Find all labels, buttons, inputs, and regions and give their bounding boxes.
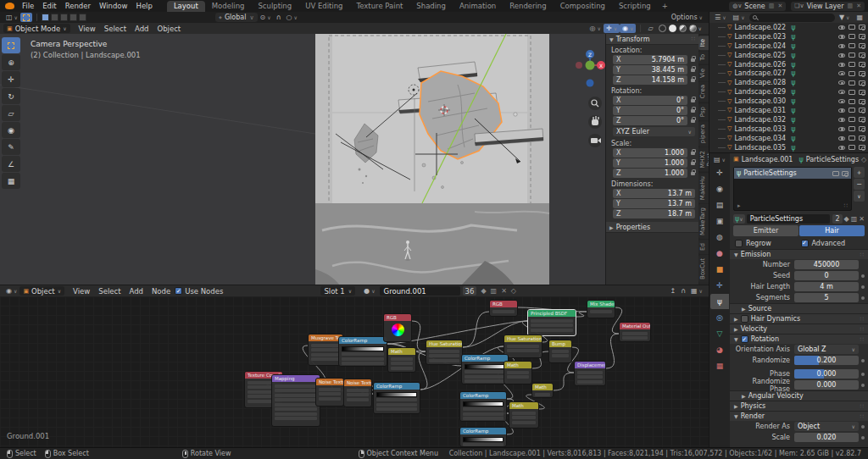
sidebar-tab-makehu[interactable]: MakeHu xyxy=(698,173,709,203)
transform-orientation-selector[interactable]: ⌖ Global∨ xyxy=(215,13,258,22)
disable-render-icon[interactable] xyxy=(859,135,865,141)
material-name-field[interactable]: Ground.001 xyxy=(380,286,460,296)
lock-icon[interactable] xyxy=(691,109,695,113)
disable-render-icon[interactable] xyxy=(859,71,865,76)
cursor-tool[interactable]: ⊕ xyxy=(2,54,20,70)
hide-viewport-icon[interactable] xyxy=(838,63,845,67)
node-material-output[interactable]: Material Output xyxy=(619,322,651,342)
pivot-point-icon[interactable]: ◎∨ xyxy=(587,24,604,33)
menu-render[interactable]: Render xyxy=(61,2,95,10)
outliner-row[interactable]: ▽Landscape.033ψ xyxy=(709,124,868,134)
outliner-row[interactable]: ▽Landscape.026ψ xyxy=(709,60,868,69)
editor-type-selector[interactable]: ▤∨ xyxy=(711,155,728,164)
hide-viewport-icon[interactable] xyxy=(838,118,845,122)
select-mode-subtract[interactable] xyxy=(60,14,68,21)
transform-panel-header[interactable]: ▼Transform∷ xyxy=(606,34,698,45)
properties-panel-header[interactable]: ▶Properties xyxy=(606,222,698,233)
shading-rendered-icon[interactable] xyxy=(689,25,697,32)
properties-tab-object-data[interactable]: ▽ xyxy=(710,326,729,341)
sidebar-tab-ite[interactable]: Ite xyxy=(698,36,709,50)
sidebar-tab-crea[interactable]: Crea xyxy=(698,81,709,102)
snap-magnet-icon[interactable]: ∩ xyxy=(274,13,284,22)
node-math[interactable]: Math xyxy=(387,347,416,373)
select-mode-extend[interactable] xyxy=(51,14,58,21)
sidebar-tab-ed[interactable]: Ed xyxy=(698,240,709,254)
disable-render-icon[interactable] xyxy=(859,43,865,48)
add-cube-tool[interactable]: ▦ xyxy=(2,173,20,189)
node-colorramp[interactable]: ColorRamp xyxy=(373,382,420,414)
display-mode-icon[interactable]: ☰∨ xyxy=(712,13,729,22)
properties-tab-view-layer[interactable]: ▣ xyxy=(710,213,729,229)
outliner-row[interactable]: ▽Landscape.030ψ xyxy=(709,97,868,106)
new-collection-icon[interactable]: ▦ xyxy=(854,13,865,22)
disable-render-icon[interactable] xyxy=(859,108,865,113)
remove-particle-system-button[interactable]: − xyxy=(854,179,865,190)
node-mix-shader[interactable]: Mix Shader xyxy=(587,300,615,318)
workspace-tab-shading[interactable]: Shading xyxy=(409,1,453,12)
outliner-row[interactable]: ▽Landscape.022ψ xyxy=(709,23,868,32)
rotation-z-field[interactable]: Z0° xyxy=(613,116,687,125)
hide-viewport-icon[interactable] xyxy=(838,25,845,30)
sidebar-tab-sketch[interactable]: Sketch xyxy=(698,284,709,285)
workspace-tab-uv-editing[interactable]: UV Editing xyxy=(298,1,349,12)
material-users-count[interactable]: 36 xyxy=(463,286,477,296)
overlays-toggle-icon[interactable]: ◉∨ xyxy=(620,24,636,33)
workspace-tab-modeling[interactable]: Modeling xyxy=(205,1,252,12)
disable-render-icon[interactable] xyxy=(859,99,865,104)
rotate-tool[interactable]: ↻ xyxy=(2,88,20,104)
unlink-scene-icon[interactable]: ✕ xyxy=(777,3,782,9)
editor-type-selector[interactable]: ◉∨ xyxy=(3,286,19,296)
scale-z-field[interactable]: Z1.000 xyxy=(613,169,687,178)
new-view-layer-icon[interactable]: ▥ xyxy=(848,3,854,9)
outliner-row[interactable]: ▽Landscape.028ψ xyxy=(709,78,868,87)
unlink-settings-icon[interactable]: ✕ xyxy=(859,215,865,223)
node-colorramp[interactable]: ColorRamp xyxy=(459,427,507,447)
properties-tab-render[interactable]: ◉ xyxy=(710,181,729,196)
select-mode-intersect[interactable] xyxy=(79,14,86,21)
node-noise-texture[interactable]: Noise Texture xyxy=(343,379,372,407)
properties-tab-particles[interactable]: ψ xyxy=(710,294,729,309)
outliner-row[interactable]: ▽Landscape.032ψ xyxy=(709,115,868,124)
menu-window[interactable]: Window xyxy=(95,2,132,10)
outliner-row[interactable]: ▽Landscape.035ψ xyxy=(709,143,868,152)
xray-toggle-icon[interactable]: ▱ xyxy=(645,24,655,33)
hide-viewport-icon[interactable] xyxy=(838,127,845,131)
hide-viewport-icon[interactable] xyxy=(838,136,845,141)
workspace-tab-animation[interactable]: Animation xyxy=(453,1,503,12)
node-mapping[interactable]: Mapping xyxy=(271,374,320,427)
breadcrumb-data[interactable]: ParticleSettings xyxy=(806,156,859,163)
node-rgb[interactable]: RGB xyxy=(383,313,412,342)
disable-viewport-icon[interactable] xyxy=(849,145,855,150)
node-colorramp[interactable]: ColorRamp xyxy=(461,354,509,384)
node-principled-bsdf[interactable]: Principled BSDF xyxy=(527,309,576,336)
viewport-toggle-icon[interactable] xyxy=(842,171,849,176)
color-ramp-strip[interactable] xyxy=(342,346,384,351)
workspace-tab-rendering[interactable]: Rendering xyxy=(503,1,553,12)
rotation-y-field[interactable]: Y0° xyxy=(613,106,687,115)
node-colorramp[interactable]: ColorRamp xyxy=(459,391,507,422)
outliner-row[interactable]: ▽Landscape.024ψ xyxy=(709,41,868,51)
location-z-field[interactable]: Z14.158 m xyxy=(613,75,687,85)
hair-length-field[interactable]: 4 m xyxy=(794,282,859,291)
fake-user-icon[interactable]: ◆ xyxy=(844,215,849,223)
location-x-field[interactable]: X5.7904 m xyxy=(613,55,687,64)
hair-dynamics-checkbox[interactable] xyxy=(741,315,748,323)
node-math[interactable]: Math xyxy=(509,401,539,429)
properties-tab-modifiers[interactable]: ✛ xyxy=(710,278,729,293)
editor-type-selector[interactable]: ◫∨ xyxy=(3,13,20,22)
measure-tool[interactable]: ∠ xyxy=(2,156,20,172)
add-particle-system-button[interactable]: ＋ xyxy=(854,167,865,178)
disable-viewport-icon[interactable] xyxy=(849,90,855,95)
menu-node[interactable]: Node xyxy=(147,287,175,296)
snap-icon[interactable]: ∩ xyxy=(678,286,688,296)
randomize-phase-slider[interactable]: 0.000 xyxy=(794,380,859,390)
hide-viewport-icon[interactable] xyxy=(838,35,845,39)
filter-collection-icon[interactable]: ▤∨ xyxy=(731,13,748,22)
render-scale-field[interactable]: 0.020 xyxy=(794,433,859,442)
fake-user-icon[interactable]: ◆ xyxy=(481,287,486,295)
proportional-editing-icon[interactable]: ○∨ xyxy=(284,13,300,22)
node-rgb[interactable]: RGB xyxy=(489,300,518,317)
scale-y-field[interactable]: Y1.000 xyxy=(613,158,687,168)
hide-viewport-icon[interactable] xyxy=(838,53,845,58)
disable-viewport-icon[interactable] xyxy=(849,99,855,104)
